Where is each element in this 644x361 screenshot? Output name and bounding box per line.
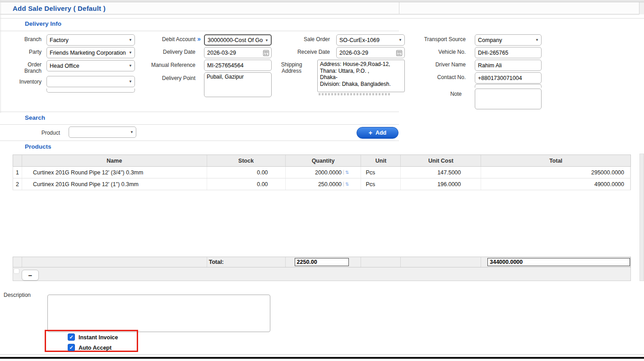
row-quantity-input[interactable]: 250.0000 ⇅ [286, 178, 361, 190]
product-label: Product [18, 130, 60, 136]
row-product-name: Curtinex 201G Round Pipe 12' (1") 0.3mm [22, 178, 207, 190]
section-products: Products [25, 143, 51, 150]
calendar-icon[interactable] [396, 50, 402, 56]
party-label: Party [0, 49, 42, 55]
row-quantity-value: 250.0000 [318, 181, 342, 188]
inventory-label: Inventory [0, 79, 42, 85]
table-footer-band [13, 267, 631, 281]
chevron-down-icon: ▼ [265, 39, 269, 42]
window-left-edge [0, 0, 1, 113]
section-delivery-info: Delivery Info [25, 20, 61, 27]
manual-reference-input[interactable]: MI-257654564 [204, 60, 272, 71]
row-total: 295000.0000 [481, 167, 630, 178]
separator-line [0, 141, 399, 141]
clipped-field-artifact [475, 84, 542, 88]
header-index [13, 155, 22, 166]
order-branch-select[interactable]: Head Office ▼ [46, 60, 135, 71]
titlebar-corner-box [639, 2, 644, 14]
inventory-select[interactable]: ▼ [46, 76, 135, 87]
note-textarea[interactable] [475, 89, 542, 109]
bottom-separator [0, 354, 644, 355]
header-name: Name [22, 155, 207, 166]
row-stock: 0.00 [207, 178, 286, 190]
receive-date-input[interactable]: 2026-03-29 [336, 47, 405, 58]
sale-order-value: SO-CurEx-1069 [339, 37, 380, 43]
delivery-point-textarea[interactable]: Pubail, Gazipur [204, 72, 272, 97]
contact-no-value: +8801730071004 [478, 75, 522, 81]
manual-reference-label: Manual Reference [144, 62, 195, 68]
product-select[interactable]: ▼ [69, 127, 136, 138]
chevron-down-icon: ▼ [130, 131, 134, 134]
products-table-total-row: Total: 2250.00 344000.0000 [13, 257, 631, 267]
row-index: 2 [13, 178, 22, 190]
party-select[interactable]: Friends Marketing Corporation ▼ [46, 47, 135, 58]
chevron-down-icon: ▼ [398, 38, 402, 42]
vehicle-no-input[interactable]: DHI-265765 [475, 47, 542, 58]
chevron-down-icon: ▼ [129, 64, 132, 68]
total-amount-box[interactable]: 344000.0000 [487, 258, 630, 266]
debit-account-combo[interactable]: 30000000-Cost Of Go ▼ [204, 34, 272, 46]
auto-accept-label: Auto Accept [79, 345, 111, 351]
row-quantity-input[interactable]: 2000.0000 ⇅ [286, 167, 361, 178]
row-unit-cost: 147.5000 [401, 167, 481, 178]
driver-name-input[interactable]: Rahim Ali [475, 60, 542, 71]
transport-source-label: Transport Source [406, 36, 466, 42]
vehicle-no-label: Vehicle No. [406, 49, 466, 55]
double-chevron-icon: » [197, 35, 201, 42]
separator-line [0, 31, 399, 31]
page-title: Add Sale Delivery ( Default ) [13, 5, 106, 12]
table-row[interactable]: 2 Curtinex 201G Round Pipe 12' (1") 0.3m… [13, 178, 631, 190]
stepper-icon[interactable]: ⇅ [343, 170, 349, 175]
receive-date-label: Receive Date [284, 49, 330, 55]
header-total: Total [481, 155, 630, 166]
header-quantity: Quantity [286, 155, 361, 166]
checkmark-icon: ✓ [69, 334, 73, 340]
description-label: Description [4, 292, 34, 298]
debit-account-label: Debit Account [144, 36, 195, 42]
table-scrollbar[interactable] [639, 154, 644, 281]
total-row-unit-cost-cell [401, 257, 481, 267]
vehicle-no-value: DHI-265765 [478, 50, 508, 56]
separator-line [0, 112, 399, 112]
bottom-black-bar [0, 357, 644, 359]
calendar-icon[interactable] [263, 50, 269, 56]
footer-mini-box [14, 268, 19, 274]
checkmark-icon: ✓ [69, 345, 73, 351]
chevron-down-icon: ▼ [129, 38, 132, 42]
contact-no-input[interactable]: +8801730071004 [475, 72, 542, 84]
add-button[interactable]: + Add [357, 127, 398, 139]
branch-select[interactable]: Factory ▼ [46, 34, 135, 46]
row-unit: Pcs [361, 167, 401, 178]
add-button-label: Add [375, 130, 386, 136]
delivery-date-input[interactable]: 2026-03-29 [204, 47, 272, 58]
minus-icon: − [28, 272, 32, 279]
instant-invoice-checkbox[interactable]: ✓ [68, 333, 75, 341]
sale-order-select[interactable]: SO-CurEx-1069 ▼ [336, 34, 405, 46]
add-sale-delivery-page: Add Sale Delivery ( Default ) Delivery I… [0, 0, 644, 361]
manual-reference-value: MI-257654564 [207, 62, 244, 69]
total-row-unit-cell [361, 257, 401, 267]
transport-source-select[interactable]: Company ▼ [475, 34, 542, 46]
shipping-address-textarea[interactable]: Address: House-29,Road-12, Thana: Uttara… [317, 60, 405, 92]
total-row-quantity-cell: 2250.00 [286, 257, 361, 267]
remove-row-button[interactable]: − [22, 270, 39, 281]
branch-value: Factory [50, 37, 69, 43]
description-textarea[interactable] [47, 295, 270, 332]
auto-accept-checkbox[interactable]: ✓ [68, 344, 75, 351]
party-value: Friends Marketing Corporation [50, 50, 126, 56]
delivery-point-label: Delivery Point [144, 75, 195, 81]
row-product-name: Curtinex 201G Round Pipe 12' (3/4") 0.3m… [22, 167, 207, 178]
total-row-name-cell [22, 257, 207, 267]
stepper-icon[interactable]: ⇅ [343, 182, 349, 187]
driver-name-value: Rahim Ali [478, 62, 502, 69]
products-table-header: Name Stock Quantity Unit Unit Cost Total [13, 155, 631, 167]
row-total: 49000.0000 [481, 178, 630, 190]
table-row[interactable]: 1 Curtinex 201G Round Pipe 12' (3/4") 0.… [13, 167, 631, 178]
products-table-body: 1 Curtinex 201G Round Pipe 12' (3/4") 0.… [13, 167, 631, 190]
total-quantity-box[interactable]: 2250.00 [295, 258, 349, 266]
order-branch-label: Order Branch [18, 61, 42, 74]
note-label: Note [424, 91, 462, 97]
contact-no-label: Contact No. [406, 74, 466, 80]
chevron-down-icon: ▼ [535, 38, 539, 42]
delivery-date-label: Delivery Date [144, 49, 195, 55]
